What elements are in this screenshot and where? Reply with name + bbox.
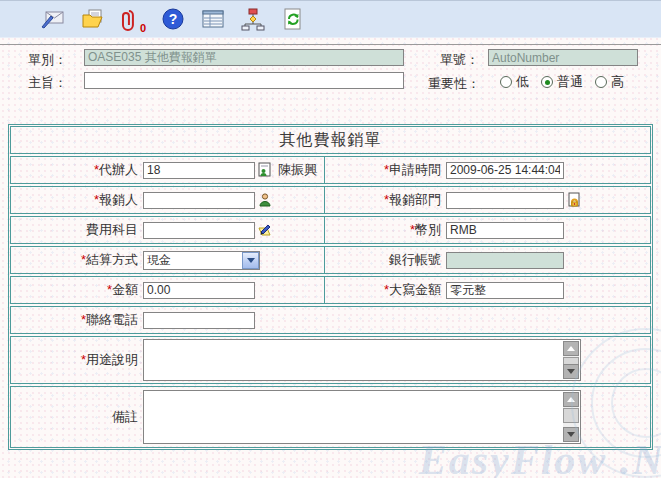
scroll-down-icon[interactable] [563,364,579,379]
user-lookup-icon[interactable] [257,162,273,178]
apply-time-input[interactable] [446,162,564,179]
open-folder-icon[interactable] [80,6,106,32]
payee-input[interactable] [143,192,255,209]
usage-textarea[interactable] [143,339,581,381]
toolbar: 0 ? [0,0,661,38]
importance-label: 重要性： [428,75,480,93]
scroll-up-icon[interactable] [563,341,579,356]
settlement-selected-value: 現金 [147,252,171,269]
remark-textarea[interactable] [143,390,581,444]
expense-subject-label: 費用科目 [11,221,138,239]
importance-high-label: 高 [611,73,624,91]
department-lookup-glyph [566,192,582,208]
flowchart-icon[interactable] [240,6,266,32]
edit-note-icon[interactable] [257,222,273,238]
flowchart-glyph [240,7,266,31]
attachment-count-badge: 0 [140,22,146,34]
department-lookup-icon[interactable] [566,192,582,208]
form-title-row: 其他費報銷單 [10,126,651,154]
remark-textarea-content [145,392,563,442]
row-payee-dept: *報銷人 *報銷部門 [10,186,651,214]
usage-scrollbar[interactable] [563,341,579,379]
apply-time-label: *申請時間 [325,161,441,179]
row-phone: *聯絡電話 [10,306,651,334]
amount-words-input[interactable] [446,282,564,299]
importance-normal-label: 普通 [557,73,583,91]
agent-input[interactable] [143,162,255,179]
user-lookup-glyph [257,162,273,178]
usage-textarea-content [145,341,563,379]
row-usage: *用途說明 [10,336,651,384]
remark-scrollbar[interactable] [563,392,579,442]
dept-input[interactable] [446,192,564,209]
doc-type-label: 單別： [28,51,67,69]
open-folder-glyph [80,7,106,31]
currency-input[interactable] [446,222,564,239]
scroll-thumb[interactable] [563,408,579,423]
row-settlement-bank: *結算方式 現金 銀行帳號 [10,246,651,274]
payee-label: *報銷人 [11,191,138,209]
remark-label: 備註 [11,408,138,426]
dept-label: *報銷部門 [325,191,441,209]
person-select-icon[interactable] [257,192,273,208]
expense-form-table: 其他費報銷單 *代辦人 陳振興 *申請時間 [8,124,653,450]
doc-no-label: 單號： [440,51,479,69]
importance-normal-radio[interactable] [541,76,553,88]
refresh-icon[interactable] [280,6,306,32]
settlement-label: *結算方式 [11,251,138,269]
attachment-icon[interactable]: 0 [120,6,146,32]
refresh-glyph [281,7,305,31]
row-agent-applytime: *代辦人 陳振興 *申請時間 [10,156,651,184]
doc-type-input[interactable] [84,49,404,66]
importance-low-label: 低 [516,73,529,91]
help-icon[interactable]: ? [160,6,186,32]
phone-label: *聯絡電話 [11,311,138,329]
paperclip-glyph [120,8,138,32]
scroll-down-icon[interactable] [563,427,579,442]
amount-label: *金額 [11,281,138,299]
expense-form-screen: 0 ? [0,0,661,478]
importance-high-radio[interactable] [595,76,607,88]
bank-account-input[interactable] [446,252,564,269]
subject-input[interactable] [84,72,404,89]
importance-low-radio[interactable] [500,76,512,88]
send-mail-glyph [40,7,66,31]
amount-input[interactable] [143,282,255,299]
scroll-up-icon[interactable] [563,392,579,407]
send-mail-icon[interactable] [40,6,66,32]
settlement-select[interactable]: 現金 [143,251,260,270]
phone-input[interactable] [143,312,255,329]
agent-label: *代辦人 [11,161,138,179]
toolbar-divider [0,44,661,45]
row-remark: 備註 [10,386,651,448]
form-list-glyph [200,7,226,31]
doc-no-input[interactable] [488,49,638,66]
chevron-down-icon[interactable] [242,252,259,269]
expense-subject-input[interactable] [143,222,255,239]
agent-name-text: 陳振興 [278,161,317,179]
importance-radio-group: 低 普通 高 [500,73,632,91]
form-title: 其他費報銷單 [280,130,382,151]
bank-account-label: 銀行帳號 [325,251,441,269]
form-list-icon[interactable] [200,6,226,32]
help-glyph: ? [161,7,185,31]
amount-words-label: *大寫金額 [325,281,441,299]
row-amount-words: *金額 *大寫金額 [10,276,651,304]
person-select-glyph [257,192,273,208]
svg-text:?: ? [169,11,178,27]
row-subject-currency: 費用科目 *幣別 [10,216,651,244]
currency-label: *幣別 [325,221,441,239]
subject-label: 主旨： [28,74,67,92]
edit-note-glyph [257,222,273,238]
usage-label: *用途說明 [11,351,138,369]
